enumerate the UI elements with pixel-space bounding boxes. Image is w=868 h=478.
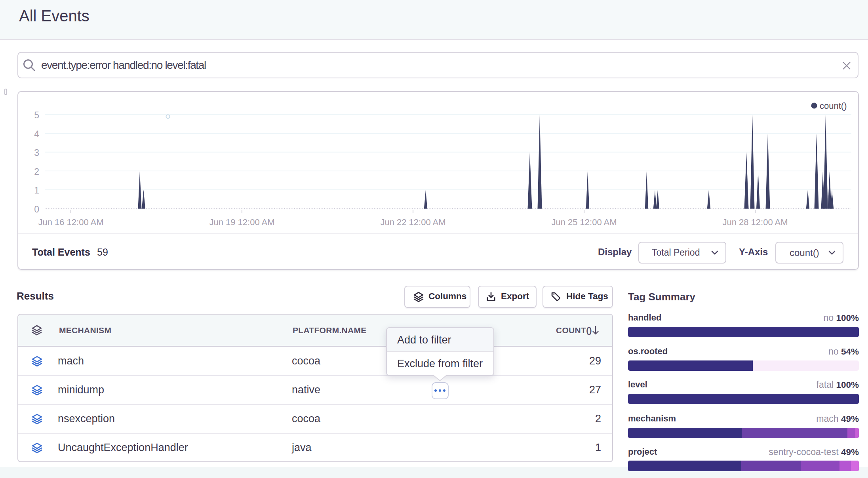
svg-text:5: 5 xyxy=(34,110,39,120)
svg-text:Jun 28 12:00 AM: Jun 28 12:00 AM xyxy=(722,217,788,227)
svg-text:4: 4 xyxy=(34,129,39,139)
svg-text:3: 3 xyxy=(34,148,39,158)
svg-text:Jun 16 12:00 AM: Jun 16 12:00 AM xyxy=(38,217,103,227)
svg-text:0: 0 xyxy=(34,204,39,214)
svg-text:Jun 25 12:00 AM: Jun 25 12:00 AM xyxy=(551,217,617,227)
svg-text:1: 1 xyxy=(34,185,39,195)
svg-text:count(): count() xyxy=(820,101,847,111)
svg-text:Jun 19 12:00 AM: Jun 19 12:00 AM xyxy=(209,217,274,227)
svg-text:Jun 22 12:00 AM: Jun 22 12:00 AM xyxy=(380,217,445,227)
svg-text:2: 2 xyxy=(34,167,39,177)
